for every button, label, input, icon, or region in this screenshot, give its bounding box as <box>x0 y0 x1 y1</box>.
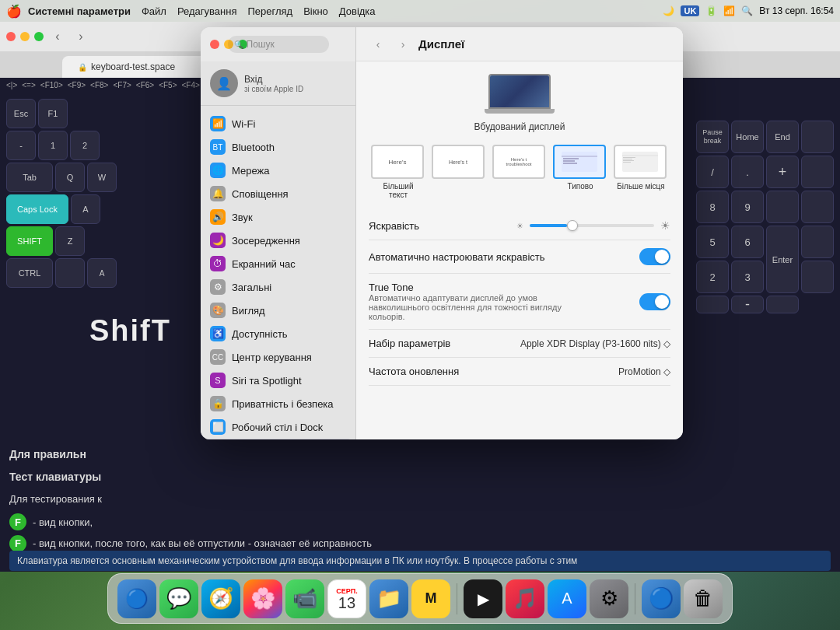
np-6[interactable]: 6 <box>731 226 764 258</box>
refresh-dropdown[interactable]: ProMotion ◇ <box>618 366 670 377</box>
sidebar-item-appearance[interactable]: 🎨 Вигляд <box>201 299 355 322</box>
menu-system-prefs[interactable]: Системні параметри <box>28 5 131 17</box>
display-content-area: Вбудований дисплей Here's Більшийтекст H… <box>356 61 683 439</box>
dock-calendar[interactable]: СЕРП. 13 <box>327 579 366 618</box>
np-divide[interactable]: / <box>696 156 729 188</box>
key-w-btn[interactable]: W <box>87 163 117 192</box>
preset-dropdown[interactable]: Apple XDR Display (P3-1600 nits) ◇ <box>520 338 670 349</box>
res-option-default[interactable]: Типово <box>553 145 607 199</box>
key-1-btn[interactable]: 1 <box>38 131 68 160</box>
key-esc-btn[interactable]: Esc <box>6 99 36 128</box>
browser-tab-active[interactable]: 🔒 keyboard-test.space <box>62 56 218 78</box>
np-enter[interactable]: Enter <box>766 226 799 293</box>
key-f1-btn[interactable]: F1 <box>38 99 68 128</box>
dock-facetime[interactable]: 📹 <box>285 579 324 618</box>
key-capslock-btn[interactable]: Caps Lock <box>6 194 68 224</box>
network-label: Мережа <box>232 165 269 177</box>
user-avatar: 👤 <box>210 69 238 97</box>
dock-photos[interactable]: 🌸 <box>243 579 282 618</box>
dock-appletv[interactable]: ▶ <box>464 579 502 618</box>
dock-finder2[interactable]: 🔵 <box>642 579 681 618</box>
key-minus-btn[interactable]: - <box>6 131 36 160</box>
key-ctrl-btn[interactable]: CTRL <box>6 258 53 288</box>
trash-icon: 🗑 <box>693 586 713 611</box>
np-2[interactable]: 2 <box>696 261 729 293</box>
auto-brightness-toggle[interactable] <box>639 248 670 265</box>
np-5[interactable]: 5 <box>696 226 729 258</box>
menu-help[interactable]: Довідка <box>339 5 376 17</box>
brightness-thumb[interactable] <box>567 220 578 231</box>
back-nav-btn[interactable]: ‹ <box>369 35 387 54</box>
sidebar-item-screen-time[interactable]: ⏱ Екранний час <box>201 252 355 275</box>
user-section[interactable]: 👤 Вхід зі своїм Apple ID <box>201 61 355 106</box>
refresh-value: ProMotion ◇ <box>618 366 670 377</box>
np-minus[interactable]: - <box>731 296 764 313</box>
res-label-1: Більшийтекст <box>371 182 425 199</box>
res-option-2[interactable]: Here's t <box>432 145 486 199</box>
key-blank-btn[interactable] <box>55 258 85 288</box>
key-2-btn[interactable]: 2 <box>70 131 100 160</box>
dock-trash[interactable]: 🗑 <box>684 579 723 618</box>
dock-files[interactable]: 📁 <box>369 579 408 618</box>
dock-safari[interactable]: 🧭 <box>201 579 240 618</box>
sidebar-item-accessibility[interactable]: ♿ Доступність <box>201 322 355 345</box>
sidebar-item-general[interactable]: ⚙ Загальні <box>201 275 355 299</box>
key-tab-btn[interactable]: Tab <box>6 163 53 192</box>
browser-maximize-dot[interactable] <box>34 32 44 41</box>
key-a2-btn[interactable]: A <box>87 258 117 288</box>
menu-view[interactable]: Перегляд <box>247 5 292 17</box>
dock-finder[interactable]: 🔵 <box>117 579 156 618</box>
np-9[interactable]: 9 <box>731 191 764 223</box>
dock-appstore[interactable]: A <box>548 579 586 618</box>
sidebar-item-privacy[interactable]: 🔒 Приватність і безпека <box>201 392 355 415</box>
dock-music[interactable]: 🎵 <box>506 579 544 618</box>
np-end[interactable]: End <box>766 121 799 153</box>
browser-forward-btn[interactable]: › <box>72 27 90 46</box>
np-3[interactable]: 3 <box>731 261 764 293</box>
forward-nav-btn[interactable]: › <box>394 35 412 54</box>
np-plus[interactable]: + <box>766 156 799 188</box>
res-option-3[interactable]: Here's ttroubleshoot <box>492 145 547 199</box>
browser-close-dot[interactable] <box>6 32 16 41</box>
sidebar-item-sound[interactable]: 🔊 Звук <box>201 205 355 229</box>
window-close-btn[interactable] <box>210 40 219 49</box>
menu-file[interactable]: Файл <box>142 5 166 17</box>
browser-back-btn[interactable]: ‹ <box>48 27 67 46</box>
key-q-btn[interactable]: Q <box>55 163 85 192</box>
apple-menu-icon[interactable]: 🍎 <box>6 4 22 19</box>
np-pause[interactable]: Pausebreak <box>696 121 729 153</box>
browser-minimize-dot[interactable] <box>20 32 30 41</box>
sidebar-item-desktop-dock[interactable]: ⬜ Робочий стіл і Dock <box>201 415 355 439</box>
sidebar-item-focus[interactable]: 🌙 Зосередження <box>201 229 355 252</box>
sidebar-item-network[interactable]: 🌐 Мережа <box>201 159 355 182</box>
calendar-month: СЕРП. <box>336 587 357 595</box>
brightness-track[interactable] <box>530 224 654 227</box>
sidebar-item-siri[interactable]: S Siri та Spotlight <box>201 369 355 392</box>
menu-edit[interactable]: Редагування <box>177 5 237 17</box>
dock-miro[interactable]: M <box>411 579 450 618</box>
res-option-more-space[interactable]: Більше місця <box>614 145 668 199</box>
sidebar-item-wifi[interactable]: 📶 Wi-Fi <box>201 112 355 135</box>
brightness-slider[interactable]: ☀ ☀ <box>516 219 670 232</box>
sidebar-item-control-center[interactable]: CC Центр керування <box>201 345 355 369</box>
language-badge[interactable]: UK <box>681 5 699 16</box>
key-z-btn[interactable]: Z <box>55 226 85 256</box>
sidebar-item-displays[interactable]: 🖥 Дисплеї <box>204 439 352 439</box>
true-tone-toggle[interactable] <box>639 293 670 310</box>
np-dot[interactable]: . <box>731 156 764 188</box>
dock-messages[interactable]: 💬 <box>159 579 198 618</box>
sidebar-item-notifications[interactable]: 🔔 Сповіщення <box>201 182 355 205</box>
res-option-bigger-text[interactable]: Here's Більшийтекст <box>371 145 425 199</box>
dock-settings[interactable]: ⚙ <box>590 579 628 618</box>
key-a-btn[interactable]: A <box>71 194 100 224</box>
np-home[interactable]: Home <box>731 121 764 153</box>
sidebar-item-bluetooth[interactable]: BT Bluetooth <box>201 135 355 159</box>
menu-window[interactable]: Вікно <box>303 5 328 17</box>
search-icon[interactable]: 🔍 <box>741 5 753 16</box>
np-8[interactable]: 8 <box>696 191 729 223</box>
res-label-more: Більше місця <box>614 182 668 191</box>
syspref-search-box[interactable]: 🔍 Пошук <box>228 36 329 53</box>
display-titlebar: ‹ › Дисплеї <box>356 27 683 61</box>
key-shift-btn[interactable]: SHIFT <box>6 226 53 256</box>
key-pipe: <|> <box>6 81 17 89</box>
